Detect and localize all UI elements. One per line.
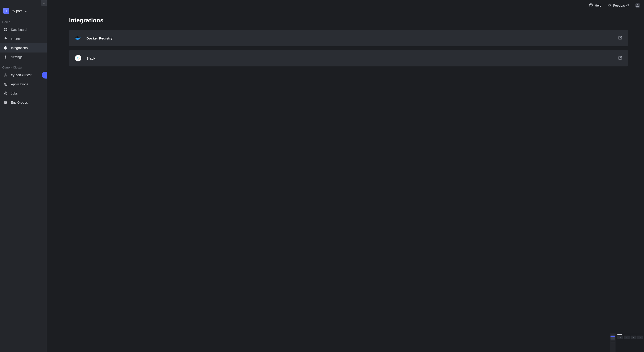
sidebar-item-label: Env Groups bbox=[11, 101, 28, 104]
sliders-icon bbox=[4, 101, 8, 104]
megaphone-icon bbox=[607, 3, 612, 8]
svg-rect-0 bbox=[4, 28, 6, 30]
chevron-down-icon bbox=[24, 9, 27, 13]
sidebar-item-integrations[interactable]: Integrations bbox=[0, 43, 47, 53]
sidebar-collapse-button[interactable]: « bbox=[41, 0, 47, 6]
globe-icon bbox=[4, 82, 8, 86]
help-link[interactable]: Help bbox=[589, 3, 602, 8]
pie-icon bbox=[4, 46, 8, 50]
svg-rect-24 bbox=[78, 58, 80, 58]
sidebar-item-label: Integrations bbox=[11, 46, 28, 50]
chevron-double-left-icon: « bbox=[43, 2, 44, 4]
sidebar-item-label: Settings bbox=[11, 55, 22, 59]
svg-point-30 bbox=[77, 59, 78, 59]
project-avatar: T bbox=[3, 8, 9, 14]
sidebar-item-launch[interactable]: Launch bbox=[0, 34, 47, 43]
dashboard-icon bbox=[4, 28, 8, 32]
svg-rect-21 bbox=[76, 36, 78, 37]
sidebar-item-settings[interactable]: Settings bbox=[0, 53, 47, 62]
rocket-icon bbox=[4, 37, 8, 41]
user-icon bbox=[635, 3, 640, 9]
cluster-icon bbox=[4, 73, 8, 77]
help-label: Help bbox=[595, 4, 602, 7]
svg-point-29 bbox=[78, 59, 79, 59]
open-external-icon bbox=[618, 56, 622, 61]
topbar: Help Feedback? bbox=[47, 0, 644, 11]
pip-thumbnail[interactable] bbox=[610, 333, 644, 352]
help-icon bbox=[589, 3, 593, 8]
pip-sidebar bbox=[610, 333, 616, 352]
sidebar-item-label: Dashboard bbox=[11, 28, 27, 32]
main-column: Help Feedback? Integrations bbox=[47, 0, 644, 352]
integration-row-slack[interactable]: Slack bbox=[69, 50, 628, 66]
svg-point-28 bbox=[78, 57, 79, 58]
stopwatch-icon bbox=[4, 92, 8, 95]
sidebar-item-jobs[interactable]: Jobs bbox=[0, 89, 47, 98]
sidebar-item-env-groups[interactable]: Env Groups bbox=[0, 98, 47, 107]
svg-rect-23 bbox=[78, 57, 78, 58]
feedback-label: Feedback? bbox=[613, 4, 629, 7]
app-root: « T try-port Home Dashboard Launch bbox=[0, 0, 644, 352]
svg-rect-2 bbox=[4, 30, 6, 31]
svg-point-14 bbox=[591, 6, 591, 7]
sidebar-item-label: Launch bbox=[11, 37, 22, 41]
cluster-expand-button[interactable] bbox=[42, 72, 47, 79]
svg-point-4 bbox=[5, 57, 6, 58]
svg-point-12 bbox=[5, 103, 6, 104]
feedback-link[interactable]: Feedback? bbox=[607, 3, 629, 8]
integration-name: Docker Registry bbox=[86, 36, 112, 40]
integration-name: Slack bbox=[86, 56, 95, 60]
project-switcher[interactable]: T try-port bbox=[0, 5, 47, 16]
gear-icon bbox=[4, 55, 8, 59]
svg-point-11 bbox=[6, 102, 7, 103]
sidebar-item-label: Jobs bbox=[11, 92, 18, 95]
content-area: Integrations Docker bbox=[47, 11, 644, 352]
pip-main bbox=[616, 333, 644, 352]
page-title: Integrations bbox=[69, 17, 628, 24]
nav-section-home-label: Home bbox=[0, 16, 47, 25]
integration-left: Docker Registry bbox=[75, 35, 112, 41]
sidebar-item-cluster[interactable]: try-port-cluster bbox=[0, 71, 47, 80]
svg-point-27 bbox=[77, 57, 78, 58]
project-name: try-port bbox=[12, 9, 22, 13]
svg-rect-22 bbox=[78, 36, 78, 37]
integration-left: Slack bbox=[75, 55, 95, 61]
nav-section-cluster-label: Current Cluster bbox=[0, 62, 47, 71]
slack-icon bbox=[75, 55, 81, 61]
user-menu-button[interactable] bbox=[635, 3, 640, 8]
sidebar: « T try-port Home Dashboard Launch bbox=[0, 0, 47, 352]
sidebar-item-applications[interactable]: Applications bbox=[0, 80, 47, 89]
open-external-icon bbox=[618, 36, 622, 41]
docker-icon bbox=[75, 35, 81, 41]
svg-rect-26 bbox=[76, 58, 78, 58]
svg-point-16 bbox=[637, 4, 638, 5]
sidebar-item-label: try-port-cluster bbox=[11, 73, 32, 77]
integration-row-docker[interactable]: Docker Registry bbox=[69, 30, 628, 46]
sidebar-item-label: Applications bbox=[11, 82, 28, 86]
svg-point-5 bbox=[5, 74, 6, 74]
svg-rect-25 bbox=[78, 59, 78, 60]
svg-point-10 bbox=[5, 101, 6, 102]
svg-rect-1 bbox=[6, 28, 7, 30]
svg-rect-3 bbox=[6, 30, 7, 31]
sidebar-item-dashboard[interactable]: Dashboard bbox=[0, 25, 47, 34]
